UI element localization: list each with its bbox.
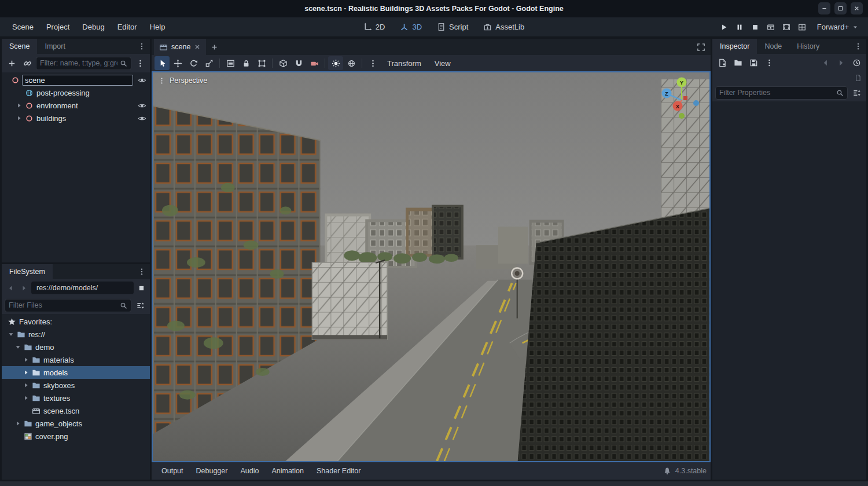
toggle-split-mode-button[interactable] — [135, 282, 147, 294]
visibility-eye-icon[interactable] — [135, 74, 148, 86]
scene-filter-input[interactable] — [40, 59, 117, 67]
menu-editor[interactable]: Editor — [111, 17, 144, 37]
scale-tool-button[interactable] — [201, 56, 216, 70]
expand-arrow-icon[interactable] — [21, 369, 31, 376]
fs-res-root[interactable]: res:// — [2, 328, 150, 341]
close-tab-icon[interactable] — [194, 43, 201, 50]
menu-help[interactable]: Help — [144, 17, 172, 37]
perspective-menu[interactable]: Perspective — [158, 76, 207, 85]
inspector-dock-menu-icon[interactable] — [850, 39, 866, 54]
expand-arrow-icon[interactable] — [21, 356, 31, 363]
expand-arrow-icon[interactable] — [21, 382, 31, 389]
tab-node[interactable]: Node — [757, 39, 789, 54]
scene-node-post-processing[interactable]: post-processing — [2, 86, 150, 99]
scene-node-buildings[interactable]: buildings — [2, 112, 150, 125]
collapse-arrow-icon[interactable] — [13, 344, 23, 350]
mode-2d-button[interactable]: 2D — [358, 19, 391, 35]
scene-node-root[interactable] — [2, 74, 150, 86]
fs-demo[interactable]: demo — [2, 341, 150, 353]
fs-models[interactable]: models — [2, 366, 150, 379]
scene-tab[interactable]: scene — [154, 39, 206, 55]
distraction-free-button[interactable] — [693, 40, 708, 54]
tab-scene-dock[interactable]: Scene — [2, 39, 37, 54]
property-filter-input[interactable] — [719, 89, 834, 97]
add-node-button[interactable] — [5, 56, 19, 70]
renderer-select[interactable]: Forward+ — [810, 23, 862, 31]
movie-maker-button[interactable] — [795, 20, 810, 34]
snap-toggle-button[interactable] — [291, 56, 306, 70]
new-scene-tab-button[interactable] — [207, 40, 221, 54]
fs-materials[interactable]: materials — [2, 353, 150, 366]
object-docs-icon[interactable] — [854, 74, 862, 82]
preview-environment-button[interactable] — [344, 56, 359, 70]
visibility-eye-icon[interactable] — [135, 99, 148, 112]
rename-input[interactable] — [25, 76, 130, 85]
current-path[interactable]: res://demo/models/ — [31, 282, 134, 294]
notification-bell-icon[interactable] — [663, 467, 671, 475]
save-resource-button[interactable] — [746, 56, 760, 70]
visibility-eye-icon[interactable] — [135, 112, 148, 125]
new-resource-button[interactable] — [715, 56, 729, 70]
window-resize-edge[interactable] — [0, 481, 868, 486]
mode-script-button[interactable]: Script — [431, 19, 474, 35]
camera-preview-button[interactable] — [307, 56, 322, 70]
expand-arrow-icon[interactable] — [13, 420, 23, 427]
fs-scene-tscn[interactable]: scene.tscn — [2, 404, 150, 417]
play-custom-scene-button[interactable] — [779, 20, 794, 34]
edit-back-button[interactable] — [818, 56, 832, 70]
tab-inspector[interactable]: Inspector — [712, 39, 757, 54]
menu-scene[interactable]: Scene — [6, 17, 40, 37]
3d-viewport[interactable]: Perspective Y Z X — [152, 71, 711, 462]
selection-list-button[interactable] — [223, 56, 238, 70]
rotate-tool-button[interactable] — [186, 56, 201, 70]
move-tool-button[interactable] — [170, 56, 185, 70]
fs-textures[interactable]: textures — [2, 392, 150, 404]
view-menu[interactable]: View — [428, 56, 457, 70]
history-back-button[interactable] — [5, 282, 16, 294]
tab-history[interactable]: History — [789, 39, 827, 54]
fs-favorites[interactable]: Favorites: — [2, 315, 150, 328]
resource-options-button[interactable] — [762, 56, 776, 70]
load-resource-button[interactable] — [731, 56, 745, 70]
play-scene-button[interactable] — [763, 20, 778, 34]
filesystem-dock-menu-icon[interactable] — [134, 264, 150, 279]
fs-game-objects[interactable]: game_objects — [2, 417, 150, 430]
maximize-button[interactable] — [834, 2, 847, 14]
close-button[interactable] — [851, 2, 863, 14]
preview-sun-button[interactable] — [328, 56, 343, 70]
tab-import[interactable]: Import — [37, 39, 72, 54]
select-tool-button[interactable] — [155, 56, 170, 70]
scene-node-environment[interactable]: environment — [2, 99, 150, 112]
instance-scene-button[interactable] — [20, 56, 34, 70]
play-button[interactable] — [716, 20, 731, 34]
minimize-button[interactable] — [818, 2, 830, 14]
sun-environment-options-button[interactable] — [365, 56, 380, 70]
pause-button[interactable] — [732, 20, 747, 34]
file-filter-input[interactable] — [9, 301, 117, 309]
menu-debug[interactable]: Debug — [76, 17, 111, 37]
animation-panel-button[interactable]: Animation — [266, 464, 310, 478]
orientation-gizmo[interactable]: Y Z X — [657, 75, 706, 123]
output-panel-button[interactable]: Output — [156, 464, 189, 478]
transform-menu[interactable]: Transform — [381, 56, 428, 70]
file-sort-button[interactable] — [133, 298, 147, 312]
collapse-arrow-icon[interactable] — [6, 331, 16, 338]
group-selected-button[interactable] — [254, 56, 269, 70]
shader-editor-panel-button[interactable]: Shader Editor — [311, 464, 366, 478]
edit-forward-button[interactable] — [834, 56, 848, 70]
mode-3d-button[interactable]: 3D — [394, 19, 428, 35]
audio-panel-button[interactable]: Audio — [234, 464, 264, 478]
scene-dock-menu-icon[interactable] — [134, 39, 150, 54]
lock-selected-button[interactable] — [238, 56, 253, 70]
property-options-button[interactable] — [849, 86, 863, 100]
debugger-panel-button[interactable]: Debugger — [190, 464, 234, 478]
tab-filesystem[interactable]: FileSystem — [2, 264, 53, 279]
local-space-button[interactable] — [275, 56, 290, 70]
scene-tree-options-button[interactable] — [133, 56, 147, 70]
expand-arrow-icon[interactable] — [21, 394, 31, 401]
expand-arrow-icon[interactable] — [14, 102, 24, 109]
menu-project[interactable]: Project — [40, 17, 76, 37]
fs-skyboxes[interactable]: skyboxes — [2, 379, 150, 392]
fs-cover-png[interactable]: cover.png — [2, 430, 150, 443]
history-forward-button[interactable] — [18, 282, 30, 294]
